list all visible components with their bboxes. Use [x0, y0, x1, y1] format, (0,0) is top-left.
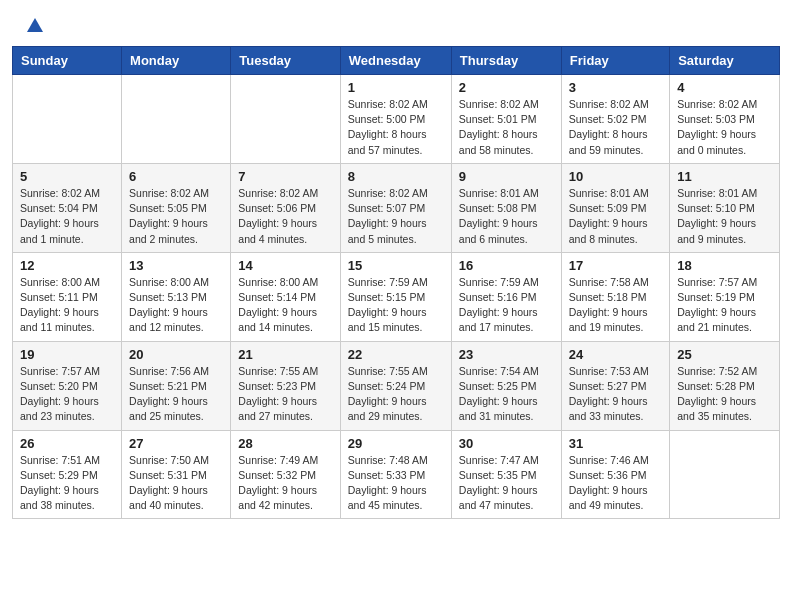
day-info: Sunrise: 8:02 AM Sunset: 5:05 PM Dayligh… — [129, 186, 223, 247]
calendar-day-cell: 13Sunrise: 8:00 AM Sunset: 5:13 PM Dayli… — [122, 252, 231, 341]
calendar-day-cell: 29Sunrise: 7:48 AM Sunset: 5:33 PM Dayli… — [340, 430, 451, 519]
calendar-day-cell: 1Sunrise: 8:02 AM Sunset: 5:00 PM Daylig… — [340, 75, 451, 164]
day-number: 9 — [459, 169, 554, 184]
day-info: Sunrise: 7:55 AM Sunset: 5:24 PM Dayligh… — [348, 364, 444, 425]
logo — [24, 18, 44, 36]
calendar-table: SundayMondayTuesdayWednesdayThursdayFrid… — [12, 46, 780, 519]
calendar-day-cell: 14Sunrise: 8:00 AM Sunset: 5:14 PM Dayli… — [231, 252, 340, 341]
day-info: Sunrise: 7:59 AM Sunset: 5:15 PM Dayligh… — [348, 275, 444, 336]
calendar-day-cell: 12Sunrise: 8:00 AM Sunset: 5:11 PM Dayli… — [13, 252, 122, 341]
calendar-day-cell: 16Sunrise: 7:59 AM Sunset: 5:16 PM Dayli… — [451, 252, 561, 341]
calendar-week-row: 12Sunrise: 8:00 AM Sunset: 5:11 PM Dayli… — [13, 252, 780, 341]
calendar-day-cell: 17Sunrise: 7:58 AM Sunset: 5:18 PM Dayli… — [561, 252, 669, 341]
logo-triangle-icon — [26, 16, 44, 34]
day-number: 4 — [677, 80, 772, 95]
day-info: Sunrise: 8:02 AM Sunset: 5:03 PM Dayligh… — [677, 97, 772, 158]
day-info: Sunrise: 8:02 AM Sunset: 5:00 PM Dayligh… — [348, 97, 444, 158]
calendar-day-cell — [231, 75, 340, 164]
calendar-day-cell — [122, 75, 231, 164]
svg-marker-0 — [27, 18, 43, 32]
day-number: 20 — [129, 347, 223, 362]
day-number: 17 — [569, 258, 662, 273]
calendar-day-cell: 18Sunrise: 7:57 AM Sunset: 5:19 PM Dayli… — [670, 252, 780, 341]
calendar-day-cell: 27Sunrise: 7:50 AM Sunset: 5:31 PM Dayli… — [122, 430, 231, 519]
calendar-day-cell: 19Sunrise: 7:57 AM Sunset: 5:20 PM Dayli… — [13, 341, 122, 430]
calendar-day-cell: 28Sunrise: 7:49 AM Sunset: 5:32 PM Dayli… — [231, 430, 340, 519]
day-info: Sunrise: 7:56 AM Sunset: 5:21 PM Dayligh… — [129, 364, 223, 425]
day-number: 30 — [459, 436, 554, 451]
day-info: Sunrise: 8:00 AM Sunset: 5:14 PM Dayligh… — [238, 275, 332, 336]
day-info: Sunrise: 7:52 AM Sunset: 5:28 PM Dayligh… — [677, 364, 772, 425]
day-number: 6 — [129, 169, 223, 184]
calendar-day-cell: 25Sunrise: 7:52 AM Sunset: 5:28 PM Dayli… — [670, 341, 780, 430]
calendar-day-cell: 26Sunrise: 7:51 AM Sunset: 5:29 PM Dayli… — [13, 430, 122, 519]
day-info: Sunrise: 8:02 AM Sunset: 5:06 PM Dayligh… — [238, 186, 332, 247]
day-number: 14 — [238, 258, 332, 273]
day-info: Sunrise: 8:01 AM Sunset: 5:10 PM Dayligh… — [677, 186, 772, 247]
day-number: 22 — [348, 347, 444, 362]
day-number: 31 — [569, 436, 662, 451]
dow-header: Thursday — [451, 47, 561, 75]
calendar-day-cell: 3Sunrise: 8:02 AM Sunset: 5:02 PM Daylig… — [561, 75, 669, 164]
day-info: Sunrise: 7:48 AM Sunset: 5:33 PM Dayligh… — [348, 453, 444, 514]
day-info: Sunrise: 7:46 AM Sunset: 5:36 PM Dayligh… — [569, 453, 662, 514]
day-number: 28 — [238, 436, 332, 451]
calendar-day-cell: 22Sunrise: 7:55 AM Sunset: 5:24 PM Dayli… — [340, 341, 451, 430]
day-info: Sunrise: 8:02 AM Sunset: 5:02 PM Dayligh… — [569, 97, 662, 158]
calendar-day-cell: 15Sunrise: 7:59 AM Sunset: 5:15 PM Dayli… — [340, 252, 451, 341]
day-number: 11 — [677, 169, 772, 184]
day-number: 12 — [20, 258, 114, 273]
calendar-day-cell: 7Sunrise: 8:02 AM Sunset: 5:06 PM Daylig… — [231, 163, 340, 252]
calendar-week-row: 19Sunrise: 7:57 AM Sunset: 5:20 PM Dayli… — [13, 341, 780, 430]
calendar-week-row: 26Sunrise: 7:51 AM Sunset: 5:29 PM Dayli… — [13, 430, 780, 519]
calendar-day-cell: 20Sunrise: 7:56 AM Sunset: 5:21 PM Dayli… — [122, 341, 231, 430]
day-number: 15 — [348, 258, 444, 273]
calendar-day-cell: 30Sunrise: 7:47 AM Sunset: 5:35 PM Dayli… — [451, 430, 561, 519]
calendar-day-cell: 6Sunrise: 8:02 AM Sunset: 5:05 PM Daylig… — [122, 163, 231, 252]
day-number: 10 — [569, 169, 662, 184]
day-number: 29 — [348, 436, 444, 451]
day-number: 7 — [238, 169, 332, 184]
day-number: 18 — [677, 258, 772, 273]
dow-header: Monday — [122, 47, 231, 75]
day-number: 23 — [459, 347, 554, 362]
calendar-day-cell: 10Sunrise: 8:01 AM Sunset: 5:09 PM Dayli… — [561, 163, 669, 252]
calendar-day-cell: 23Sunrise: 7:54 AM Sunset: 5:25 PM Dayli… — [451, 341, 561, 430]
day-info: Sunrise: 8:01 AM Sunset: 5:09 PM Dayligh… — [569, 186, 662, 247]
day-number: 5 — [20, 169, 114, 184]
day-number: 24 — [569, 347, 662, 362]
calendar-day-cell: 11Sunrise: 8:01 AM Sunset: 5:10 PM Dayli… — [670, 163, 780, 252]
day-info: Sunrise: 8:02 AM Sunset: 5:07 PM Dayligh… — [348, 186, 444, 247]
day-number: 8 — [348, 169, 444, 184]
day-number: 1 — [348, 80, 444, 95]
calendar-day-cell: 9Sunrise: 8:01 AM Sunset: 5:08 PM Daylig… — [451, 163, 561, 252]
calendar-day-cell — [670, 430, 780, 519]
page: SundayMondayTuesdayWednesdayThursdayFrid… — [0, 0, 792, 612]
day-info: Sunrise: 7:57 AM Sunset: 5:19 PM Dayligh… — [677, 275, 772, 336]
day-number: 2 — [459, 80, 554, 95]
dow-header: Sunday — [13, 47, 122, 75]
day-info: Sunrise: 7:47 AM Sunset: 5:35 PM Dayligh… — [459, 453, 554, 514]
day-number: 25 — [677, 347, 772, 362]
day-info: Sunrise: 8:02 AM Sunset: 5:04 PM Dayligh… — [20, 186, 114, 247]
dow-header: Saturday — [670, 47, 780, 75]
dow-header: Wednesday — [340, 47, 451, 75]
day-info: Sunrise: 7:50 AM Sunset: 5:31 PM Dayligh… — [129, 453, 223, 514]
day-info: Sunrise: 7:59 AM Sunset: 5:16 PM Dayligh… — [459, 275, 554, 336]
day-number: 3 — [569, 80, 662, 95]
calendar-day-cell: 4Sunrise: 8:02 AM Sunset: 5:03 PM Daylig… — [670, 75, 780, 164]
calendar-day-cell: 21Sunrise: 7:55 AM Sunset: 5:23 PM Dayli… — [231, 341, 340, 430]
calendar-day-cell: 5Sunrise: 8:02 AM Sunset: 5:04 PM Daylig… — [13, 163, 122, 252]
day-number: 16 — [459, 258, 554, 273]
header — [0, 0, 792, 46]
day-info: Sunrise: 7:55 AM Sunset: 5:23 PM Dayligh… — [238, 364, 332, 425]
header-row: SundayMondayTuesdayWednesdayThursdayFrid… — [13, 47, 780, 75]
calendar-day-cell: 24Sunrise: 7:53 AM Sunset: 5:27 PM Dayli… — [561, 341, 669, 430]
dow-header: Friday — [561, 47, 669, 75]
day-number: 21 — [238, 347, 332, 362]
day-number: 19 — [20, 347, 114, 362]
day-info: Sunrise: 7:53 AM Sunset: 5:27 PM Dayligh… — [569, 364, 662, 425]
day-number: 26 — [20, 436, 114, 451]
day-info: Sunrise: 7:49 AM Sunset: 5:32 PM Dayligh… — [238, 453, 332, 514]
calendar-wrapper: SundayMondayTuesdayWednesdayThursdayFrid… — [0, 46, 792, 531]
